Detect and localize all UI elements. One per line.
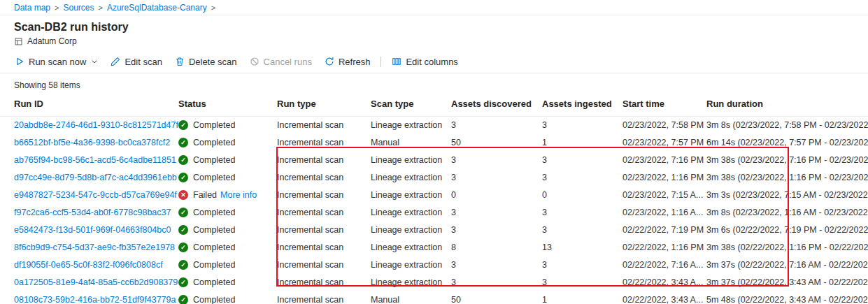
run-duration-cell: 3m 6s (02/22/2022, 7:19 PM - 02/22/2022,… [706, 222, 868, 239]
run-type-cell: Incremental scan [277, 134, 371, 152]
run-id-link[interactable]: f97c2ca6-ccf5-53d4-ab0f-6778c98bac37 [14, 208, 171, 217]
columns-icon [392, 57, 401, 66]
scan-type-cell: Lineage extraction [371, 274, 451, 291]
assets-ingested-cell: 0 [542, 187, 622, 204]
run-id-link[interactable]: b66512bf-bf5e-4a36-9398-bc0ca378fcf2 [14, 138, 170, 147]
breadcrumb-separator: > [99, 3, 103, 12]
run-duration-cell: 3m 8s (02/23/2022, 1:16 AM - 02/23/2022,… [706, 204, 868, 222]
run-id-link[interactable]: e9487827-5234-547c-9ccb-d57ca769e94f [14, 190, 177, 200]
run-type-cell: Incremental scan [277, 222, 371, 239]
trash-icon [175, 57, 185, 66]
table-row: f97c2ca6-ccf5-53d4-ab0f-6778c98bac37 ✓ C… [0, 204, 868, 222]
run-id-link[interactable]: 8f6cb9d9-c754-5d37-ae9c-fb357e2e1978 [14, 243, 175, 252]
assets-discovered-cell: 3 [451, 204, 542, 222]
cancel-icon [250, 57, 259, 66]
assets-discovered-cell: 3 [451, 222, 542, 239]
assets-ingested-cell: 3 [542, 256, 622, 274]
table-row: df19055f-0e65-5c0f-83f2-f096fc0808cf ✓ C… [0, 256, 868, 274]
status-cell: ✓ Completed [178, 134, 277, 152]
run-type-cell: Incremental scan [277, 187, 371, 204]
status-label: Completed [193, 277, 235, 287]
edit-scan-button[interactable]: Edit scan [104, 50, 168, 73]
scan-run-history-page: Data map > Sources > AzureSqlDatabase-Ca… [0, 0, 868, 304]
table-row: d97cc49e-8d79-5d8b-af7c-ac4dd3961ebb ✓ C… [0, 169, 868, 187]
refresh-button[interactable]: Refresh [318, 50, 377, 73]
status-completed-icon: ✓ [178, 243, 188, 252]
pencil-icon [111, 57, 120, 66]
scan-type-cell: Lineage extraction [371, 117, 451, 134]
column-header-run-duration[interactable]: Run duration [706, 96, 868, 117]
scan-type-cell: Manual [371, 134, 451, 152]
status-label: Completed [193, 260, 235, 270]
status-label: Completed [193, 173, 235, 182]
scan-type-cell: Lineage extraction [371, 169, 451, 187]
table-row: b66512bf-bf5e-4a36-9398-bc0ca378fcf2 ✓ C… [0, 134, 868, 152]
start-time-cell: 02/23/2022, 1:16 PM [622, 169, 706, 187]
start-time-cell: 02/23/2022, 7:57 PM [622, 134, 706, 152]
run-scan-now-button[interactable]: Run scan now [8, 50, 104, 73]
start-time-cell: 02/23/2022, 7:58 PM [622, 117, 706, 134]
run-id-link[interactable]: ab765f94-bc98-56c1-acd5-6c4adbe11851 [14, 155, 176, 165]
run-id-link[interactable]: df19055f-0e65-5c0f-83f2-f096fc0808cf [14, 260, 163, 270]
run-id-link[interactable]: 20abdb8e-2746-46d1-9310-8c812571d47f [14, 120, 178, 130]
assets-discovered-cell: 8 [451, 239, 542, 256]
breadcrumb-sources[interactable]: Sources [63, 3, 94, 13]
breadcrumb-source-name[interactable]: AzureSqlDatabase-Canary [107, 3, 207, 13]
status-completed-icon: ✓ [178, 225, 188, 235]
table-row: 20abdb8e-2746-46d1-9310-8c812571d47f ✓ C… [0, 117, 868, 134]
run-id-link[interactable]: e5842473-f13d-501f-969f-04663f804bc0 [14, 225, 171, 235]
run-id-link[interactable]: d97cc49e-8d79-5d8b-af7c-ac4dd3961ebb [14, 173, 177, 182]
status-cell: ✓ Completed [178, 256, 277, 274]
run-duration-cell: 5m 48s (02/22/2022, 3:43 AM - 02/22/2022… [706, 291, 868, 304]
column-header-assets-discovered[interactable]: Assets discovered [451, 96, 542, 117]
assets-ingested-cell: 3 [542, 204, 622, 222]
table-row: e9487827-5234-547c-9ccb-d57ca769e94f ✕ F… [0, 187, 868, 204]
scan-type-cell: Lineage extraction [371, 222, 451, 239]
start-time-cell: 02/22/2022, 3:43 A... [622, 291, 706, 304]
column-header-scan-type[interactable]: Scan type [371, 96, 451, 117]
edit-scan-label: Edit scan [124, 57, 162, 67]
run-id-cell: 0a172505-81e9-4af4-85a5-cc6b2d908379 [0, 274, 178, 291]
run-id-cell: e5842473-f13d-501f-969f-04663f804bc0 [0, 222, 178, 239]
run-id-link[interactable]: 08108c73-59b2-416a-bb72-51df9f43779a [14, 295, 176, 304]
run-duration-cell: 3m 38s (02/22/2022, 1:16 PM - 02/22/2022 [706, 239, 868, 256]
column-header-run-id[interactable]: Run ID [0, 96, 178, 117]
more-info-link[interactable]: More info [220, 190, 257, 200]
table-row: 0a172505-81e9-4af4-85a5-cc6b2d908379 ✓ C… [0, 274, 868, 291]
cancel-runs-button[interactable]: Cancel runs [243, 50, 318, 73]
run-id-cell: d97cc49e-8d79-5d8b-af7c-ac4dd3961ebb [0, 169, 178, 187]
status-failed-icon: ✕ [178, 190, 188, 200]
column-header-start-time[interactable]: Start time [622, 96, 706, 117]
scan-type-cell: Lineage extraction [371, 239, 451, 256]
run-type-cell: Incremental scan [277, 239, 371, 256]
status-cell: ✓ Completed [178, 239, 277, 256]
run-scan-now-label: Run scan now [29, 57, 86, 67]
assets-ingested-cell: 3 [542, 274, 622, 291]
breadcrumb-data-map[interactable]: Data map [14, 3, 50, 13]
assets-ingested-cell: 3 [542, 222, 622, 239]
run-duration-cell: 3m 3s (02/23/2022, 7:15 AM - 02/23/2022,… [706, 187, 868, 204]
assets-discovered-cell: 3 [451, 152, 542, 169]
assets-discovered-cell: 3 [451, 117, 542, 134]
start-time-cell: 02/23/2022, 7:15 A... [622, 187, 706, 204]
status-cell: ✓ Completed [178, 152, 277, 169]
collection-icon [14, 37, 23, 46]
assets-discovered-cell: 50 [451, 134, 542, 152]
delete-scan-label: Delete scan [189, 57, 237, 67]
start-time-cell: 02/22/2022, 7:16 A... [622, 256, 706, 274]
status-cell: ✓ Completed [178, 274, 277, 291]
status-cell: ✓ Completed [178, 222, 277, 239]
column-header-assets-ingested[interactable]: Assets ingested [542, 96, 622, 117]
chevron-down-icon [91, 58, 98, 65]
scan-type-cell: Lineage extraction [371, 256, 451, 274]
run-id-cell: b66512bf-bf5e-4a36-9398-bc0ca378fcf2 [0, 134, 178, 152]
delete-scan-button[interactable]: Delete scan [169, 50, 243, 73]
status-completed-icon: ✓ [178, 260, 188, 270]
column-header-run-type[interactable]: Run type [277, 96, 371, 117]
column-header-status[interactable]: Status [178, 96, 277, 117]
run-duration-cell: 6m 14s (02/23/2022, 7:57 PM - 02/23/2022… [706, 134, 868, 152]
edit-columns-button[interactable]: Edit columns [385, 50, 464, 73]
run-id-link[interactable]: 0a172505-81e9-4af4-85a5-cc6b2d908379 [14, 277, 178, 287]
refresh-label: Refresh [339, 57, 371, 67]
status-label: Failed [193, 190, 217, 200]
